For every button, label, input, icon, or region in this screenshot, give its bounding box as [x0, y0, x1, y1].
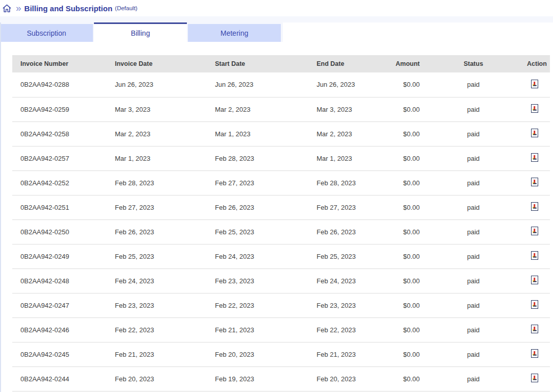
action-cell	[519, 219, 550, 244]
table-row: 0B2AA942-0248 Feb 24, 2023 Feb 23, 2023 …	[12, 268, 550, 293]
invoice-action-button[interactable]	[531, 227, 538, 237]
tab-billing[interactable]: Billing	[94, 22, 187, 42]
start-date-cell: Feb 19, 2023	[207, 366, 308, 391]
invoice-action-button[interactable]	[531, 104, 538, 114]
broken-image-icon	[531, 104, 538, 114]
status-cell: paid	[428, 366, 519, 391]
invoice-action-button[interactable]	[531, 129, 538, 139]
breadcrumb: » Billing and Subscription (Default)	[0, 0, 553, 16]
column-header: Start Date	[207, 55, 308, 72]
broken-image-icon	[531, 374, 538, 384]
broken-image-icon	[531, 251, 538, 261]
table-row: 0B2AA942-0246 Feb 22, 2023 Feb 21, 2023 …	[12, 317, 550, 342]
invoice-date-cell: Feb 28, 2023	[107, 170, 207, 195]
invoice-date-cell: Feb 23, 2023	[107, 293, 207, 317]
invoice-number-cell: 0B2AA942-0248	[12, 268, 107, 293]
invoice-date-cell: Feb 20, 2023	[107, 366, 207, 391]
invoice-action-button[interactable]	[531, 202, 538, 212]
invoice-action-button[interactable]	[531, 178, 538, 188]
action-cell	[519, 170, 550, 195]
tab-strip: Subscription Billing Metering	[0, 22, 283, 42]
status-cell: paid	[428, 170, 519, 195]
invoice-action-button[interactable]	[531, 374, 538, 384]
invoice-number-cell: 0B2AA942-0245	[12, 342, 107, 366]
invoice-number-cell: 0B2AA942-0252	[12, 170, 107, 195]
broken-image-icon	[531, 178, 538, 188]
broken-image-icon	[531, 300, 538, 310]
end-date-cell: Mar 3, 2023	[308, 97, 373, 121]
invoice-number-cell: 0B2AA942-0250	[12, 219, 107, 244]
column-header: Invoice Number	[12, 55, 107, 72]
action-cell	[519, 293, 550, 317]
end-date-cell: Feb 26, 2023	[308, 219, 373, 244]
tab-subscription[interactable]: Subscription	[0, 24, 93, 42]
table-row: 0B2AA942-0257 Mar 1, 2023 Feb 28, 2023 M…	[12, 146, 550, 170]
action-cell	[519, 342, 550, 366]
invoice-date-cell: Mar 3, 2023	[107, 97, 207, 121]
amount-cell: $0.00	[373, 170, 428, 195]
amount-cell: $0.00	[373, 317, 428, 342]
end-date-cell: Mar 2, 2023	[308, 121, 373, 146]
tab-label: Subscription	[27, 29, 66, 37]
broken-image-icon	[531, 129, 538, 139]
invoice-number-cell: 0B2AA942-0246	[12, 317, 107, 342]
home-icon[interactable]	[2, 4, 12, 13]
amount-cell: $0.00	[373, 121, 428, 146]
start-date-cell: Feb 22, 2023	[207, 293, 308, 317]
invoice-number-cell: 0B2AA942-0258	[12, 121, 107, 146]
end-date-cell: Feb 27, 2023	[308, 195, 373, 219]
end-date-cell: Feb 20, 2023	[308, 366, 373, 391]
table-row: 0B2AA942-0245 Feb 21, 2023 Feb 20, 2023 …	[12, 342, 550, 366]
broken-image-icon	[531, 276, 538, 286]
table-row: 0B2AA942-0259 Mar 3, 2023 Mar 2, 2023 Ma…	[12, 97, 550, 121]
invoice-number-cell: 0B2AA942-0244	[12, 366, 107, 391]
invoice-action-button[interactable]	[531, 276, 538, 286]
start-date-cell: Feb 26, 2023	[207, 195, 308, 219]
end-date-cell: Feb 23, 2023	[308, 293, 373, 317]
start-date-cell: Feb 24, 2023	[207, 244, 308, 268]
table-row: 0B2AA942-0249 Feb 25, 2023 Feb 24, 2023 …	[12, 244, 550, 268]
amount-cell: $0.00	[373, 146, 428, 170]
invoice-number-cell: 0B2AA942-0247	[12, 293, 107, 317]
invoice-date-cell: Feb 25, 2023	[107, 244, 207, 268]
end-date-cell: Feb 22, 2023	[308, 317, 373, 342]
start-date-cell: Feb 21, 2023	[207, 317, 308, 342]
tab-strip-background	[0, 16, 553, 22]
invoice-action-button[interactable]	[531, 251, 538, 261]
start-date-cell: Mar 2, 2023	[207, 97, 308, 121]
status-cell: paid	[428, 293, 519, 317]
invoice-number-cell: 0B2AA942-0288	[12, 72, 107, 97]
status-cell: paid	[428, 72, 519, 97]
broken-image-icon	[531, 80, 538, 90]
invoice-action-button[interactable]	[531, 300, 538, 310]
invoice-date-cell: Mar 2, 2023	[107, 121, 207, 146]
invoice-date-cell: Feb 26, 2023	[107, 219, 207, 244]
table-header-row: Invoice NumberInvoice DateStart DateEnd …	[12, 55, 550, 72]
table-body: 0B2AA942-0288 Jun 26, 2023 Jun 26, 2023 …	[12, 72, 550, 391]
broken-image-icon	[531, 349, 538, 359]
invoice-action-button[interactable]	[531, 325, 538, 335]
column-header: Amount	[373, 55, 428, 72]
amount-cell: $0.00	[373, 268, 428, 293]
amount-cell: $0.00	[373, 293, 428, 317]
action-cell	[519, 317, 550, 342]
tab-metering[interactable]: Metering	[188, 24, 281, 42]
amount-cell: $0.00	[373, 195, 428, 219]
amount-cell: $0.00	[373, 97, 428, 121]
action-cell	[519, 366, 550, 391]
invoice-date-cell: Feb 22, 2023	[107, 317, 207, 342]
end-date-cell: Feb 21, 2023	[308, 342, 373, 366]
column-header: Status	[428, 55, 519, 72]
status-cell: paid	[428, 317, 519, 342]
status-cell: paid	[428, 219, 519, 244]
invoice-number-cell: 0B2AA942-0251	[12, 195, 107, 219]
content-left-border	[0, 22, 1, 392]
invoice-action-button[interactable]	[531, 80, 538, 90]
invoice-action-button[interactable]	[531, 153, 538, 163]
amount-cell: $0.00	[373, 244, 428, 268]
end-date-cell: Jun 26, 2023	[308, 72, 373, 97]
status-cell: paid	[428, 195, 519, 219]
invoice-action-button[interactable]	[531, 349, 538, 359]
start-date-cell: Feb 27, 2023	[207, 170, 308, 195]
status-cell: paid	[428, 342, 519, 366]
